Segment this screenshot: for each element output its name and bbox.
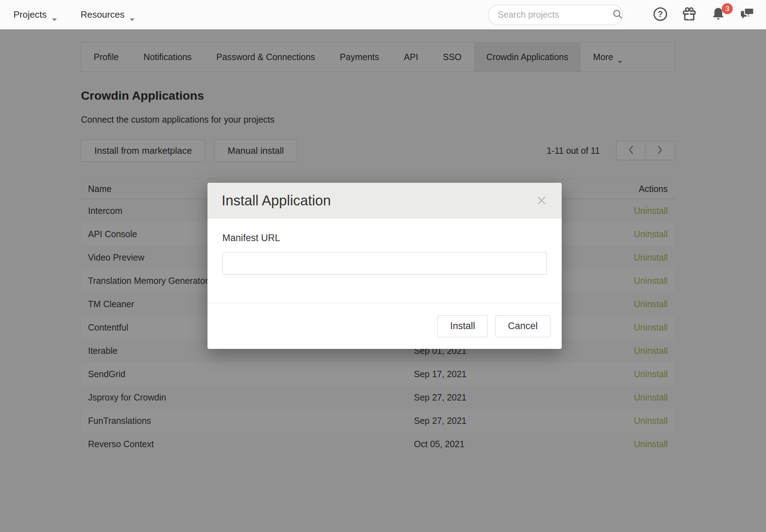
manifest-url-label: Manifest URL — [222, 233, 547, 244]
search-icon[interactable] — [612, 8, 624, 22]
install-button[interactable]: Install — [437, 315, 488, 337]
topbar-actions: ? 3 — [488, 5, 756, 25]
search-box — [488, 5, 623, 25]
resources-menu-label: Resources — [81, 9, 124, 20]
close-icon[interactable] — [536, 194, 548, 206]
modal-body: Manifest URL — [207, 218, 562, 303]
notification-count-badge: 3 — [722, 3, 733, 14]
projects-menu[interactable]: Projects — [13, 9, 57, 20]
modal-title: Install Application — [222, 193, 331, 209]
gift-button[interactable] — [680, 6, 698, 24]
chat-icon — [739, 6, 756, 24]
install-application-modal: Install Application Manifest URL Install… — [207, 183, 562, 349]
cancel-button[interactable]: Cancel — [495, 315, 550, 337]
top-bar: Projects Resources ? — [0, 0, 766, 29]
gift-icon — [681, 6, 697, 24]
resources-menu[interactable]: Resources — [81, 9, 135, 20]
chevron-down-icon — [129, 13, 135, 17]
modal-header: Install Application — [207, 183, 562, 218]
messages-button[interactable] — [738, 6, 756, 24]
modal-footer: Install Cancel — [207, 303, 562, 349]
manifest-url-input[interactable] — [222, 252, 547, 275]
chevron-down-icon — [52, 13, 57, 17]
help-button[interactable]: ? — [651, 6, 669, 24]
help-icon: ? — [653, 7, 668, 23]
projects-menu-label: Projects — [13, 9, 47, 20]
svg-text:?: ? — [658, 10, 663, 19]
notifications-button[interactable]: 3 — [709, 6, 727, 24]
search-input[interactable] — [498, 10, 612, 20]
